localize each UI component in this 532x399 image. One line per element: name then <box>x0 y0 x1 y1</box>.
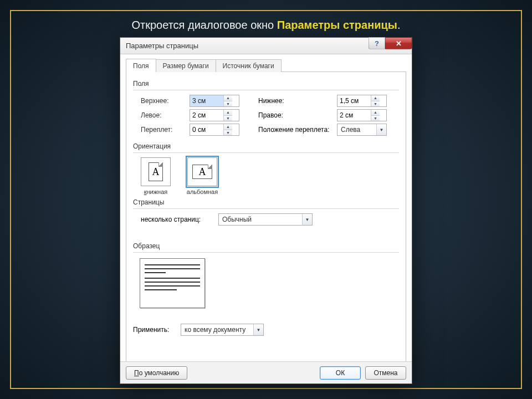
dialog-body: Поля Размер бумаги Источник бумаги Поля … <box>120 54 412 383</box>
dialog-footer: По умолчаниюПо умолчанию ОК Отмена <box>120 361 412 383</box>
apply-to-combo[interactable]: ко всему документу ▼ <box>181 324 264 336</box>
orientation-portrait-label: ккнижнаянижная <box>144 188 168 195</box>
ok-button-label: ОК <box>336 369 345 377</box>
tab-fields-label: Поля <box>133 62 149 70</box>
spin-up-icon[interactable]: ▲ <box>371 95 380 101</box>
page-glyph: A <box>152 166 160 178</box>
left-margin-input[interactable] <box>190 110 223 121</box>
dialog-title: Параметры страницы <box>126 42 198 50</box>
tab-paper-source-label: Источник бумаги <box>223 62 274 70</box>
dialog-titlebar[interactable]: Параметры страницы ? ✕ <box>120 38 412 54</box>
spin-up-icon[interactable]: ▲ <box>224 95 232 101</box>
preview-thumbnail <box>140 258 205 308</box>
gutter-input[interactable] <box>190 124 223 135</box>
cancel-button-label: Отмена <box>374 369 397 377</box>
page-glyph: A <box>199 166 206 178</box>
right-margin-label: Правое: <box>258 111 337 119</box>
chevron-down-icon[interactable]: ▼ <box>253 324 263 335</box>
group-pages-label: Страницы <box>133 198 399 206</box>
gutter-label: Переплет: <box>141 126 190 134</box>
close-icon: ✕ <box>396 39 402 48</box>
top-margin-input[interactable] <box>190 95 223 106</box>
gutter-spinner[interactable]: ▲▼ <box>190 124 239 136</box>
group-orientation-label: Ориентация <box>133 142 399 150</box>
close-button[interactable]: ✕ <box>385 37 412 49</box>
tab-paper-size[interactable]: Размер бумаги <box>156 59 216 72</box>
group-sample-label: Образец <box>133 242 399 250</box>
ok-button[interactable]: ОК <box>320 366 361 380</box>
group-fields-label: Поля <box>133 80 399 88</box>
tabstrip: Поля Размер бумаги Источник бумаги <box>126 59 406 72</box>
separator <box>133 252 399 253</box>
separator <box>133 208 399 209</box>
chevron-down-icon[interactable]: ▼ <box>376 124 386 135</box>
top-margin-spinner[interactable]: ▲▼ <box>190 95 239 107</box>
multi-pages-value: Обычный <box>219 216 255 223</box>
help-icon: ? <box>375 39 379 48</box>
spin-up-icon[interactable]: ▲ <box>224 124 232 130</box>
bottom-margin-spinner[interactable]: ▲▼ <box>337 95 387 107</box>
gutter-position-combo[interactable]: Слева ▼ <box>337 124 387 136</box>
right-margin-spinner[interactable]: ▲▼ <box>337 109 387 121</box>
tab-fields[interactable]: Поля <box>126 59 156 72</box>
apply-to-value: ко всему документу <box>181 326 249 334</box>
tab-paper-size-label: Размер бумаги <box>163 62 209 70</box>
page-setup-dialog: Параметры страницы ? ✕ Поля Размер бумаг… <box>120 37 412 384</box>
orientation-landscape[interactable]: A альбомная <box>183 157 222 195</box>
bottom-margin-label: Нижнее: <box>258 97 337 105</box>
orientation-landscape-label: альбомная <box>187 188 218 195</box>
top-margin-label: Верхнее: <box>141 97 190 105</box>
spin-up-icon[interactable]: ▲ <box>371 110 380 116</box>
left-margin-label: Левое: <box>141 111 190 119</box>
spin-down-icon[interactable]: ▼ <box>371 116 380 121</box>
left-margin-spinner[interactable]: ▲▼ <box>190 109 239 121</box>
orientation-portrait[interactable]: A ккнижнаянижная <box>136 157 175 195</box>
tab-panel-fields: Поля Верхнее: ▲▼ Нижнее: ▲▼ <box>126 72 406 371</box>
multi-pages-combo[interactable]: Обычный ▼ <box>218 213 313 226</box>
cancel-button[interactable]: Отмена <box>365 366 406 380</box>
spin-up-icon[interactable]: ▲ <box>224 110 232 116</box>
gutter-position-label: Положение переплета: <box>258 126 337 134</box>
separator <box>133 152 399 153</box>
chevron-down-icon[interactable]: ▼ <box>302 214 312 225</box>
spin-down-icon[interactable]: ▼ <box>371 101 380 107</box>
separator <box>133 90 399 90</box>
spin-down-icon[interactable]: ▼ <box>224 130 232 136</box>
spin-down-icon[interactable]: ▼ <box>224 116 232 121</box>
bottom-margin-input[interactable] <box>337 95 371 106</box>
spin-down-icon[interactable]: ▼ <box>224 101 232 107</box>
default-button[interactable]: По умолчаниюПо умолчанию <box>126 366 187 380</box>
multi-pages-label: несколько страниц: <box>141 216 218 223</box>
gutter-position-value: Слева <box>337 126 364 134</box>
help-button[interactable]: ? <box>369 37 385 49</box>
apply-to-label: Применить: <box>133 326 181 334</box>
right-margin-input[interactable] <box>337 110 371 121</box>
default-button-label: о умолчанию <box>139 369 180 377</box>
tab-paper-source[interactable]: Источник бумаги <box>216 59 282 72</box>
